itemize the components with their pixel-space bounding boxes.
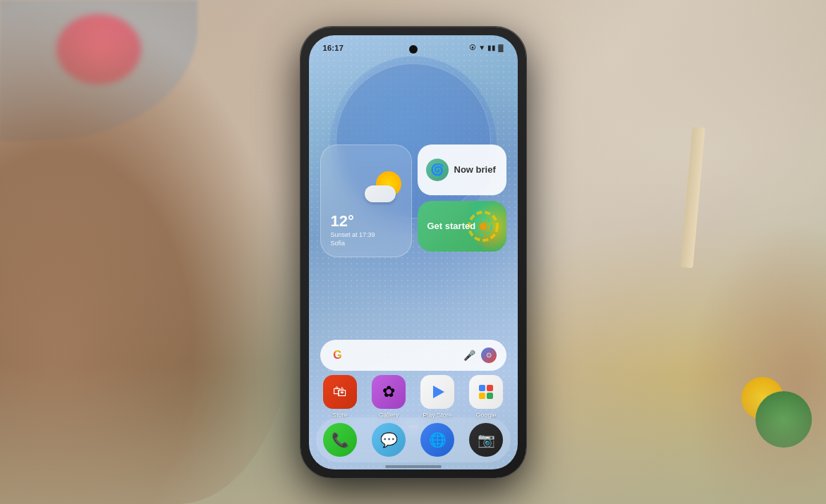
status-icons: ⦿ ▼ ▮▮ ▓ (469, 44, 503, 51)
google-g-letter: G (333, 349, 341, 362)
nav-bar (309, 464, 518, 469)
camera-icon: 📷 (478, 431, 495, 448)
browser-icon: 🌐 (429, 431, 447, 448)
right-widgets: 🌀 Now brief Get started (418, 145, 506, 257)
playstore-icon (420, 375, 454, 409)
weather-icon (365, 166, 401, 202)
weather-widget[interactable]: 12° Sunset at 17:39 Sofia (320, 145, 412, 257)
gallery-icon: ✿ (372, 375, 406, 409)
play-triangle (433, 386, 444, 398)
phone-body: 16:17 ⦿ ▼ ▮▮ ▓ (300, 27, 526, 478)
google-logo: G (330, 348, 346, 363)
phone-icon: 📞 (332, 431, 349, 448)
google-search-bar[interactable]: G 🎤 ⊙ (320, 340, 506, 371)
widgets-area: 12° Sunset at 17:39 Sofia 🌀 Now brief (320, 145, 506, 257)
now-brief-emoji: 🌀 (430, 163, 444, 176)
google-grid-icon (479, 385, 493, 399)
phone: 16:17 ⦿ ▼ ▮▮ ▓ (300, 27, 526, 478)
weather-temperature: 12° (331, 214, 401, 229)
weather-city: Sofia (331, 240, 401, 247)
cloud-icon (365, 185, 396, 202)
google-app-icon (469, 375, 503, 409)
microphone-icon[interactable]: 🎤 (463, 350, 475, 361)
dock-camera[interactable]: 📷 (469, 423, 503, 457)
app-icon-store[interactable]: 🛍 Store (323, 375, 357, 419)
location-icon: ⦿ (469, 44, 476, 51)
gallery-symbol: ✿ (382, 383, 395, 401)
weather-icon-area (331, 155, 401, 214)
app-icons-row: 🛍 Store ✿ Gallery Play Store (316, 375, 511, 419)
dock-area: 📞 💬 🌐 📷 (316, 417, 511, 462)
nav-pill (385, 465, 442, 468)
now-brief-icon: 🌀 (426, 159, 449, 181)
app-icon-google[interactable]: Google (469, 375, 503, 419)
messages-icon: 💬 (380, 431, 398, 448)
get-started-widget[interactable]: Get started (418, 201, 506, 252)
app-icon-playstore[interactable]: Play Store (420, 375, 454, 419)
phone-screen: 16:17 ⦿ ▼ ▮▮ ▓ (309, 35, 518, 469)
store-symbol: 🛍 (333, 383, 347, 400)
signal-icon: ▮▮ (487, 44, 496, 51)
lens-symbol: ⊙ (486, 351, 492, 359)
dock-messages[interactable]: 💬 (372, 423, 406, 457)
dock-phone[interactable]: 📞 (323, 423, 357, 457)
svg-point-2 (480, 223, 487, 230)
store-icon: 🛍 (323, 375, 357, 409)
dock-browser[interactable]: 🌐 (420, 423, 454, 457)
google-lens-icon[interactable]: ⊙ (481, 348, 497, 363)
weather-sunset: Sunset at 17:39 (331, 231, 401, 240)
app-icon-gallery[interactable]: ✿ Gallery (372, 375, 406, 419)
battery-icon: ▓ (498, 44, 503, 51)
now-brief-widget[interactable]: 🌀 Now brief (418, 145, 506, 195)
wifi-icon: ▼ (478, 44, 485, 51)
now-brief-label: Now brief (454, 164, 496, 175)
status-time: 16:17 (323, 44, 344, 52)
get-started-label: Get started (427, 221, 476, 232)
status-bar: 16:17 ⦿ ▼ ▮▮ ▓ (309, 35, 518, 61)
